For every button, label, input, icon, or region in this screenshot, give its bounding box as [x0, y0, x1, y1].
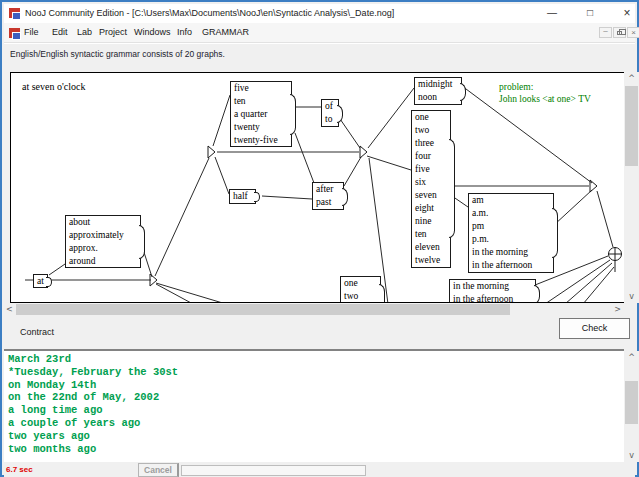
menu-lab[interactable]: Lab — [77, 27, 92, 37]
debug-output-area[interactable]: March 23rd *Tuesday, February the 30st o… — [4, 349, 624, 462]
elapsed-time: 6.7 sec — [6, 465, 33, 474]
child-restore-button[interactable] — [613, 27, 626, 38]
scroll-up-icon[interactable]: ^ — [624, 74, 639, 83]
graph-node-morning[interactable]: in the morning in the afternoon — [449, 279, 536, 303]
output-vscroll-thumb[interactable] — [625, 381, 638, 424]
app-window: NooJ Community Edition - [C:\Users\Max\D… — [0, 0, 639, 477]
graph-title: at seven o'clock — [22, 81, 85, 92]
scroll-right-icon[interactable]: > — [614, 305, 621, 314]
graph-node-midnight-noon[interactable]: midnight noon — [414, 77, 462, 105]
scroll-up-icon[interactable]: ^ — [624, 353, 639, 362]
grammar-graph-canvas[interactable]: at seven o'clock problem: John looks <at… — [10, 72, 626, 303]
close-button[interactable]: × — [620, 6, 634, 20]
grammar-status-text: English/English syntactic grammar consis… — [10, 49, 225, 59]
scroll-left-icon[interactable]: < — [6, 305, 13, 314]
check-button[interactable]: Check — [559, 318, 630, 339]
menu-edit[interactable]: Edit — [52, 27, 68, 37]
graph-node-at[interactable]: at — [33, 274, 48, 288]
progress-field — [181, 465, 366, 476]
menu-project[interactable]: Project — [99, 27, 127, 37]
menu-windows[interactable]: Windows — [134, 27, 171, 37]
child-minimize-button[interactable]: – — [599, 27, 612, 38]
menu-info[interactable]: Info — [177, 27, 192, 37]
graph-hscroll-thumb[interactable] — [16, 304, 510, 315]
output-vertical-scrollbar[interactable]: ^ v — [624, 351, 639, 462]
scroll-down-icon[interactable]: v — [624, 451, 639, 460]
app-icon — [9, 8, 20, 18]
maximize-button[interactable]: □ — [583, 6, 597, 20]
graph-node-after-past[interactable]: after past — [312, 182, 344, 210]
window-title: NooJ Community Edition - [C:\Users\Max\D… — [25, 8, 394, 18]
graph-toolbar: Contract Check — [4, 315, 635, 349]
problem-annotation: problem: John looks <at one> TV — [499, 81, 591, 105]
graph-vscroll-thumb[interactable] — [625, 86, 638, 166]
graph-node-ampm[interactable]: am a.m. pm p.m. in the morning in the af… — [468, 193, 554, 273]
title-bar: NooJ Community Edition - [C:\Users\Max\D… — [4, 4, 635, 23]
graph-node-minutes[interactable]: five ten a quarter twenty twenty-five — [230, 81, 292, 147]
minimize-button[interactable]: — — [545, 6, 559, 20]
menu-grammar[interactable]: GRAMMAR — [202, 27, 249, 37]
cancel-button[interactable]: Cancel — [138, 463, 179, 477]
graph-node-one-two[interactable]: one two — [340, 276, 381, 303]
graph-node-half[interactable]: half — [229, 189, 256, 204]
restore-icon — [617, 31, 622, 35]
menu-file[interactable]: File — [24, 27, 39, 37]
graph-horizontal-scrollbar[interactable]: < > — [4, 304, 624, 315]
child-close-button[interactable]: × — [627, 27, 639, 38]
scroll-down-icon[interactable]: v — [624, 292, 639, 301]
graph-node-about[interactable]: about approximately approx. around — [65, 215, 141, 268]
contract-label[interactable]: Contract — [20, 327, 54, 337]
graph-node-of-to[interactable]: of to — [321, 99, 339, 127]
menu-bar: File Edit Lab Project Windows Info GRAMM… — [4, 23, 635, 43]
document-icon — [9, 28, 20, 38]
info-bar: English/English syntactic grammar consis… — [4, 43, 635, 64]
status-bar: 6.7 sec Cancel — [4, 462, 635, 477]
graph-node-hours[interactable]: one two three four five six seven eight … — [411, 110, 451, 268]
debug-output-lines: March 23rd *Tuesday, February the 30st o… — [8, 353, 178, 455]
graph-vertical-scrollbar[interactable]: ^ v — [624, 72, 639, 303]
